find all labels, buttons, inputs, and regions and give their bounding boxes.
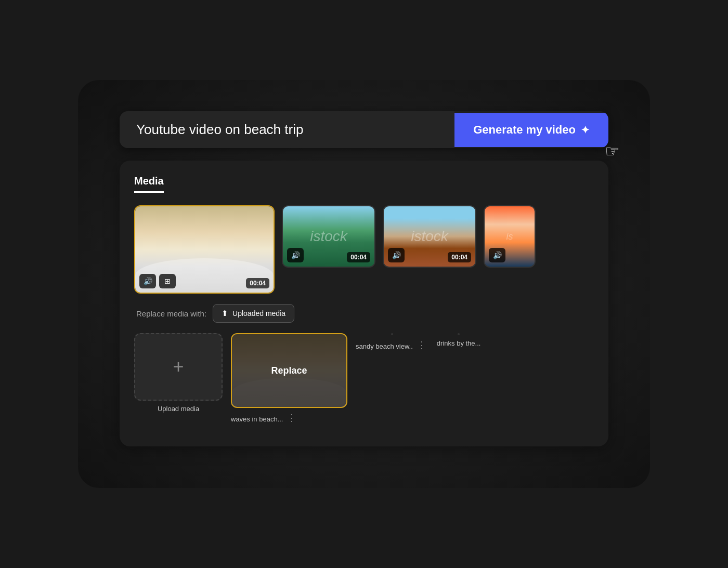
top-bar: Youtube video on beach trip Generate my … xyxy=(120,111,608,148)
video-thumb-2[interactable]: istock 🔊 00:04 xyxy=(383,205,476,268)
video-strip: 🔊 ⊞ 00:04 istock 🔊 00:04 istock xyxy=(134,205,594,294)
media-grid: + Upload media Replace waves in beach... xyxy=(134,333,594,426)
media-name-2: drinks by the... xyxy=(437,339,481,347)
replace-row: Replace media with: ⬆ Uploaded media xyxy=(134,304,594,323)
replace-label: Replace media with: xyxy=(136,309,206,318)
media-thumb-2[interactable] xyxy=(458,333,460,335)
replace-overlay: Replace xyxy=(232,334,346,407)
thumb-controls-3: 🔊 xyxy=(489,248,505,262)
video-thumb-3[interactable]: is 🔊 xyxy=(484,205,536,268)
volume-icon-0[interactable]: 🔊 xyxy=(139,274,156,288)
dots-menu-0[interactable]: ⋮ xyxy=(285,412,298,424)
upload-card-container: + Upload media xyxy=(134,333,223,413)
upload-icon: ⬆ xyxy=(222,309,228,318)
media-name-row-1: sandy beach view.. ⋮ xyxy=(356,339,428,353)
generate-button[interactable]: Generate my video ✦ xyxy=(454,113,608,147)
dots-menu-1[interactable]: ⋮ xyxy=(415,339,428,351)
video-title: Youtube video on beach trip xyxy=(120,111,454,148)
layers-icon-0[interactable]: ⊞ xyxy=(159,274,176,288)
media-thumb-0[interactable]: Replace xyxy=(231,333,347,408)
upload-label: Upload media xyxy=(158,405,199,413)
plus-icon: + xyxy=(173,358,184,376)
thumb-duration-1: 00:04 xyxy=(347,252,370,262)
media-card-2: drinks by the... xyxy=(437,333,481,347)
media-thumb-1[interactable] xyxy=(391,333,393,335)
thumb-controls-0: 🔊 ⊞ xyxy=(139,274,176,288)
volume-icon-1[interactable]: 🔊 xyxy=(287,248,304,262)
thumb-controls-1: 🔊 xyxy=(287,248,304,262)
replace-text: Replace xyxy=(271,365,307,376)
media-card-0: Replace waves in beach... ⋮ xyxy=(231,333,347,426)
volume-icon-2[interactable]: 🔊 xyxy=(388,248,405,262)
thumb-controls-2: 🔊 xyxy=(388,248,405,262)
tab-bar: Media xyxy=(134,175,594,193)
tab-media[interactable]: Media xyxy=(134,175,164,193)
media-name-row-2: drinks by the... xyxy=(437,339,481,347)
thumb-duration-2: 00:04 xyxy=(448,252,471,262)
media-name-row-0: waves in beach... ⋮ xyxy=(231,412,347,426)
main-panel: Media 🔊 ⊞ 00:04 istock 🔊 0 xyxy=(120,161,608,446)
uploaded-media-button[interactable]: ⬆ Uploaded media xyxy=(213,304,294,323)
media-card-1: sandy beach view.. ⋮ xyxy=(356,333,428,353)
sparkle-icon: ✦ xyxy=(581,124,590,136)
media-name-0: waves in beach... xyxy=(231,415,283,423)
video-thumb-1[interactable]: istock 🔊 00:04 xyxy=(282,205,375,268)
uploaded-media-label: Uploaded media xyxy=(232,309,285,318)
app-container: Youtube video on beach trip Generate my … xyxy=(78,80,650,488)
video-thumb-0[interactable]: 🔊 ⊞ 00:04 xyxy=(134,205,275,294)
volume-icon-3[interactable]: 🔊 xyxy=(489,248,505,262)
generate-label: Generate my video xyxy=(473,123,576,137)
thumb-duration-0: 00:04 xyxy=(246,278,269,288)
upload-card[interactable]: + xyxy=(134,333,223,401)
media-name-1: sandy beach view.. xyxy=(356,342,413,350)
